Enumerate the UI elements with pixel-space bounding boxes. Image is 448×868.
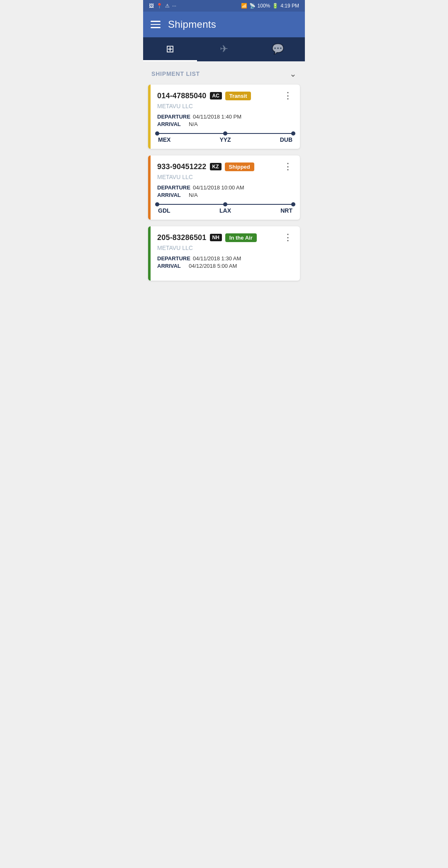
section-title: SHIPMENT LIST: [151, 70, 200, 77]
arrival-label: ARRIVAL: [157, 263, 186, 269]
tracking-number: 205-83286501: [157, 233, 207, 242]
airline-badge: NH: [210, 234, 222, 241]
company-name: METAVU LLC: [157, 174, 293, 180]
arrival-label: ARRIVAL: [157, 121, 186, 127]
route-mid-label: LAX: [173, 207, 278, 214]
wifi-icon: 📶: [241, 3, 247, 9]
tracking-number: 014-47885040: [157, 92, 207, 100]
route-dot-mid: [223, 202, 227, 206]
tab-dashboard[interactable]: ⊞: [143, 37, 197, 61]
status-bar: 🖼 📍 ⚠ ··· 📶 📡 100% 🔋 4:19 PM: [143, 0, 305, 12]
route-dot-mid: [223, 131, 227, 136]
route-dot-start: [155, 131, 159, 136]
app-header: Shipments: [143, 12, 305, 37]
card-menu-button[interactable]: ⋮: [282, 162, 293, 171]
route-dot-end: [291, 131, 295, 136]
departure-label: DEPARTURE: [157, 255, 190, 262]
arrival-label: ARRIVAL: [157, 192, 186, 198]
card-menu-button[interactable]: ⋮: [282, 91, 293, 100]
company-name: METAVU LLC: [157, 245, 293, 251]
route-container: GDL LAX NRT: [157, 204, 293, 214]
departure-label: DEPARTURE: [157, 114, 190, 120]
tracking-number: 933-90451222: [157, 162, 207, 171]
battery-icon: 🔋: [272, 3, 278, 9]
airline-badge: KZ: [210, 163, 222, 170]
location-icon: 📍: [156, 3, 163, 9]
warning-icon: ⚠: [165, 3, 170, 9]
route-start-label: MEX: [158, 136, 173, 143]
route-dot-start: [155, 202, 159, 206]
route-end-label: NRT: [278, 207, 292, 214]
departure-value: 04/11/2018 1:40 PM: [193, 114, 241, 120]
app-title: Shipments: [168, 19, 216, 30]
grid-icon: ⊞: [166, 43, 174, 55]
battery-text: 100%: [258, 3, 270, 9]
flight-info: DEPARTURE 04/11/2018 1:40 PM ARRIVAL N/A: [157, 114, 293, 127]
chevron-down-icon[interactable]: ⌄: [290, 69, 297, 79]
card-header: 014-47885040 AC Transit ⋮: [157, 91, 293, 100]
departure-value: 04/11/2018 10:00 AM: [193, 184, 244, 191]
flight-info: DEPARTURE 04/11/2018 10:00 AM ARRIVAL N/…: [157, 184, 293, 198]
hamburger-menu-button[interactable]: [151, 21, 161, 28]
shipment-card: 205-83286501 NH In the Air ⋮ METAVU LLC …: [148, 226, 300, 281]
signal-icon: 📡: [249, 3, 256, 9]
status-bar-right: 📶 📡 100% 🔋 4:19 PM: [241, 3, 299, 9]
airplane-icon: ✈: [220, 43, 228, 55]
content-area: SHIPMENT LIST ⌄ 014-47885040 AC Transit …: [143, 61, 305, 281]
company-name: METAVU LLC: [157, 103, 293, 109]
arrival-value: 04/12/2018 5:00 AM: [189, 263, 237, 269]
status-badge: Shipped: [225, 162, 254, 171]
flight-info: DEPARTURE 04/11/2018 1:30 AM ARRIVAL 04/…: [157, 255, 293, 269]
tab-flights[interactable]: ✈: [197, 37, 251, 60]
clock: 4:19 PM: [280, 3, 299, 9]
departure-label: DEPARTURE: [157, 184, 190, 191]
route-dot-end: [291, 202, 295, 206]
departure-value: 04/11/2018 1:30 AM: [193, 255, 241, 262]
status-badge: Transit: [225, 92, 251, 100]
route-track: [157, 204, 293, 205]
arrival-value: N/A: [189, 121, 198, 127]
image-icon: 🖼: [149, 3, 154, 9]
route-mid-label: YYZ: [173, 136, 278, 143]
status-badge: In the Air: [225, 233, 257, 242]
tab-bar: ⊞ ✈ 💬: [143, 37, 305, 61]
shipment-card: 933-90451222 KZ Shipped ⋮ METAVU LLC DEP…: [148, 155, 300, 220]
card-menu-button[interactable]: ⋮: [282, 233, 293, 242]
route-track: [157, 133, 293, 134]
chat-icon: 💬: [272, 43, 284, 55]
route-end-label: DUB: [278, 136, 292, 143]
tab-messages[interactable]: 💬: [251, 37, 305, 60]
route-start-label: GDL: [158, 207, 173, 214]
airline-badge: AC: [210, 92, 222, 99]
route-container: MEX YYZ DUB: [157, 133, 293, 143]
arrival-value: N/A: [189, 192, 198, 198]
status-bar-left: 🖼 📍 ⚠ ···: [149, 3, 176, 9]
card-header: 933-90451222 KZ Shipped ⋮: [157, 162, 293, 171]
section-header: SHIPMENT LIST ⌄: [143, 61, 305, 85]
card-header: 205-83286501 NH In the Air ⋮: [157, 233, 293, 242]
more-icon: ···: [172, 3, 176, 9]
shipment-card: 014-47885040 AC Transit ⋮ METAVU LLC DEP…: [148, 85, 300, 149]
